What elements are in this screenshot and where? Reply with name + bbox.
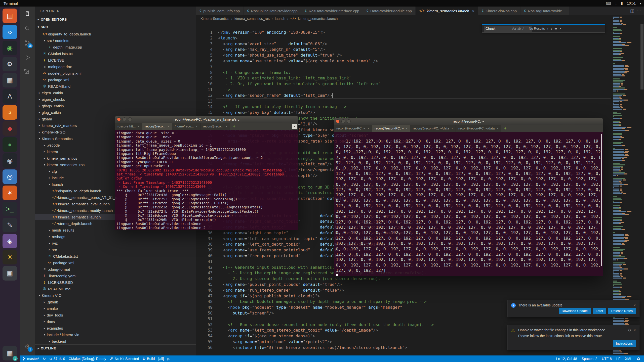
minimize-window-icon[interactable] bbox=[123, 117, 126, 121]
firefox-icon[interactable]: ◕ bbox=[3, 105, 17, 120]
terminal-titlebar[interactable]: recon@recon-PC: ~ bbox=[334, 118, 603, 125]
new-tab-icon[interactable]: + bbox=[501, 125, 509, 132]
files-icon[interactable]: ▤ bbox=[3, 9, 17, 23]
activity-explorer-icon[interactable] bbox=[20, 7, 35, 21]
instructions-button[interactable]: Instructions bbox=[613, 340, 636, 347]
activity-source-control-icon[interactable]: 18 bbox=[20, 36, 35, 50]
tree-file-CMakeLists.txt[interactable]: MCMakeLists.txt bbox=[35, 253, 196, 259]
settings-icon[interactable]: ⚙ bbox=[3, 57, 17, 71]
tree-folder-backend[interactable]: ▸backend bbox=[35, 338, 196, 344]
clock[interactable]: 10:51 bbox=[627, 1, 636, 5]
close-window-icon[interactable] bbox=[336, 119, 340, 123]
tree-file-LICENSE[interactable]: §LICENSE bbox=[35, 57, 196, 63]
tree-folder-eigen_checks[interactable]: ▸eigen_checks bbox=[35, 96, 196, 103]
tree-file-package.xml[interactable]: <>package.xml bbox=[35, 76, 196, 83]
eye-tool-icon[interactable]: ◉ bbox=[3, 41, 17, 55]
tab-list-dropdown-icon[interactable]: ▾ bbox=[292, 124, 297, 129]
sync-indicator[interactable]: ↻ bbox=[43, 357, 46, 361]
manage-gear-icon[interactable]: ⚙1 bbox=[20, 339, 35, 354]
gear-icon[interactable]: ⚙ bbox=[628, 328, 631, 332]
vscode-icon[interactable]: ‹› bbox=[3, 25, 17, 39]
find-in-selection-icon[interactable]: ≣ bbox=[554, 27, 557, 31]
more-actions-icon[interactable]: ⋯ bbox=[637, 8, 641, 14]
editor-tab-KimeraVioRos.cpp[interactable]: CKimeraVioRos.cpp bbox=[478, 7, 520, 15]
close-icon[interactable]: × bbox=[168, 124, 170, 128]
encoding-setting[interactable]: UTF-8 bbox=[602, 357, 612, 361]
archive-app-icon[interactable]: ▣ bbox=[3, 266, 17, 281]
find-previous-icon[interactable]: ↑ bbox=[547, 27, 549, 31]
indentation-setting[interactable]: Spaces: 2 bbox=[582, 357, 597, 361]
cmake-status[interactable]: CMake: [Debug]: Ready bbox=[69, 357, 106, 361]
close-icon[interactable]: × bbox=[634, 303, 636, 307]
terminal-tab[interactable]: recon@recon-PC: ~/data× bbox=[410, 125, 456, 132]
gimp-icon[interactable]: ◆ bbox=[3, 121, 17, 136]
tree-folder-gflags_catkin[interactable]: ▸gflags_catkin bbox=[35, 103, 196, 109]
tree-file-mainpage.dox[interactable]: ≡mainpage.dox bbox=[35, 63, 196, 70]
tree-folder-.github[interactable]: ▸.github bbox=[35, 299, 196, 305]
cmake-build-button[interactable]: ⚙ Build bbox=[143, 357, 155, 361]
green-app-icon[interactable]: ● bbox=[3, 137, 17, 152]
editor-scrollbar[interactable] bbox=[640, 15, 644, 355]
tree-folder-glog_catkin[interactable]: ▸glog_catkin bbox=[35, 109, 196, 116]
tree-folder-eigen_catkin[interactable]: ▸eigen_catkin bbox=[35, 89, 196, 96]
keyboard-indicator-icon[interactable]: ⌨ bbox=[606, 1, 611, 5]
editor-tab-publish_cam_info.cpp[interactable]: Cpublish_cam_info.cpp bbox=[196, 7, 244, 15]
terminal-scrollbar[interactable] bbox=[601, 134, 602, 266]
tree-folder-rosbags[interactable]: ▸rosbags bbox=[35, 233, 196, 240]
breadcrumb-item[interactable]: kimera_semantics.launch bbox=[298, 17, 338, 21]
close-window-icon[interactable] bbox=[117, 117, 121, 121]
close-icon[interactable]: × bbox=[451, 126, 453, 130]
close-icon[interactable]: × bbox=[138, 124, 140, 128]
tree-file-.linterconfig.yaml[interactable]: !.linterconfig.yaml bbox=[35, 273, 196, 279]
terminal-tab[interactable]: roscore htt...× bbox=[115, 123, 142, 130]
breadcrumb[interactable]: Kimera-Semantics › kimera_semantics_ros … bbox=[196, 15, 644, 22]
breadcrumb-item[interactable]: kimera_semantics_ros bbox=[234, 17, 270, 21]
tree-file-.clang-format[interactable]: ≡.clang-format bbox=[35, 266, 196, 273]
editor-tab-kimera_semantics.launch[interactable]: </>kimera_semantics.launch× bbox=[416, 7, 478, 15]
notifications-bell-icon[interactable] bbox=[637, 357, 640, 361]
cursor-position[interactable]: Ln 12, Col 48 bbox=[556, 357, 577, 361]
terminal-tab[interactable]: recon@recon-PC: ~× bbox=[334, 125, 372, 132]
workspace-grid-icon[interactable]: ▦ bbox=[3, 73, 17, 87]
workspace-switcher-icon[interactable]: ▦1 bbox=[3, 346, 17, 360]
regex-icon[interactable]: .* bbox=[522, 27, 524, 30]
tree-file-README.md[interactable]: ⓘREADME.md bbox=[35, 286, 196, 292]
new-tab-icon[interactable]: + bbox=[230, 123, 238, 130]
cmake-kit-selector[interactable]: No Kit Selected bbox=[110, 357, 139, 361]
whole-word-icon[interactable]: ab bbox=[517, 27, 521, 30]
tree-folder-src-nodelets[interactable]: ▾src / nodelets bbox=[35, 37, 196, 44]
editor-tab-RosDataProviderInterface.cpp[interactable]: CRosDataProviderInterface.cpp bbox=[301, 7, 363, 15]
tree-folder-docs[interactable]: ▸docs bbox=[35, 318, 196, 325]
tree-file-CMakeLists.txt[interactable]: MCMakeLists.txt bbox=[35, 50, 196, 57]
scrollbar-thumb[interactable] bbox=[640, 24, 643, 89]
editor-tab-RosOnlineDataProvider.cpp[interactable]: CRosOnlineDataProvider.cpp bbox=[244, 7, 301, 15]
open-editors-section[interactable]: ▸ OPEN EDITORS bbox=[35, 16, 196, 23]
tree-folder-src[interactable]: ▸src bbox=[35, 246, 196, 253]
close-icon[interactable]: × bbox=[406, 126, 408, 130]
later-button[interactable]: Later bbox=[593, 308, 606, 314]
maximize-window-icon[interactable] bbox=[347, 119, 351, 123]
tree-file-nodelet_plugins.xml[interactable]: <>nodelet_plugins.xml bbox=[35, 70, 196, 76]
text-editor-icon[interactable]: ✎ bbox=[3, 218, 17, 232]
find-input[interactable] bbox=[484, 26, 532, 32]
purple-app-icon[interactable]: ◈ bbox=[3, 234, 17, 248]
activity-run-debug-icon[interactable] bbox=[20, 50, 35, 65]
close-icon[interactable]: × bbox=[226, 124, 228, 128]
session-menu-icon[interactable]: ▾ bbox=[640, 1, 641, 5]
network-indicator-icon[interactable]: ↕ bbox=[615, 1, 617, 5]
build-target[interactable]: [all] bbox=[158, 357, 164, 361]
eol-setting[interactable]: LF bbox=[616, 357, 620, 361]
tree-folder-Kimera-VIO[interactable]: ▾Kimera-VIO bbox=[35, 292, 196, 299]
language-mode[interactable]: XML bbox=[625, 357, 632, 361]
tree-file-package.xml[interactable]: <>package.xml bbox=[35, 259, 196, 266]
find-next-icon[interactable]: ↓ bbox=[551, 27, 552, 31]
tree-folder-dev_tools[interactable]: ▸dev_tools bbox=[35, 312, 196, 318]
release-notes-button[interactable]: Release Notes bbox=[608, 308, 636, 314]
match-case-icon[interactable]: Aa bbox=[512, 27, 516, 30]
terminal-output[interactable]: 1, 192, 127, 0, 0, 192, 127, 0, 0, 192, … bbox=[334, 132, 603, 276]
close-icon[interactable]: × bbox=[472, 9, 474, 13]
maximize-window-icon[interactable] bbox=[128, 117, 132, 121]
media-app-icon[interactable]: ☀ bbox=[3, 250, 17, 264]
tree-folder-cmake[interactable]: ▸cmake bbox=[35, 305, 196, 312]
chromium-icon[interactable]: ◎ bbox=[3, 169, 17, 184]
